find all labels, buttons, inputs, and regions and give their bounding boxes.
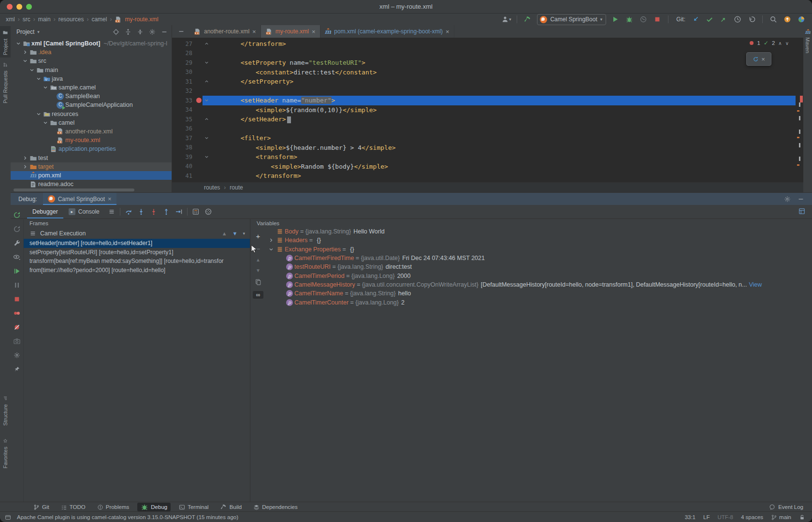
mute-breakpoints-icon[interactable] bbox=[13, 323, 21, 331]
close-session-icon[interactable]: × bbox=[108, 196, 112, 202]
search-everywhere-icon[interactable] bbox=[768, 14, 778, 24]
line-number[interactable]: 37 bbox=[172, 135, 195, 142]
fold-icon[interactable] bbox=[203, 79, 210, 84]
dismiss-popup-icon[interactable]: × bbox=[761, 56, 765, 62]
tool-window-button-problems[interactable]: Problems bbox=[94, 503, 133, 511]
rerun-debug-icon[interactable] bbox=[13, 211, 21, 219]
tool-strip-project[interactable]: Project bbox=[0, 26, 11, 58]
minimize-window-button[interactable] bbox=[16, 4, 22, 10]
close-window-button[interactable] bbox=[7, 4, 13, 10]
layout-settings-icon[interactable] bbox=[108, 208, 115, 215]
tool-window-button-build[interactable]: Build bbox=[217, 503, 246, 511]
tree-chevron-icon[interactable] bbox=[21, 58, 29, 64]
code-line[interactable]: 30 <constant>direct:test</constant> bbox=[172, 68, 796, 77]
variable-row[interactable]: ptestRouteURI = {java.lang.String}direct… bbox=[265, 262, 812, 271]
close-tab-icon[interactable]: × bbox=[446, 29, 450, 35]
maven-reload-icon[interactable] bbox=[753, 56, 759, 62]
code-line[interactable]: 35 </setHeader> bbox=[172, 115, 796, 124]
line-number[interactable]: 27 bbox=[172, 41, 195, 47]
inspection-widget[interactable]: 1 ✓ 2 ∧ ∨ bbox=[750, 40, 789, 46]
stop-button[interactable] bbox=[652, 14, 662, 24]
breadcrumb-item[interactable]: src bbox=[23, 16, 30, 23]
variable-row[interactable]: pCamelMessageHistory = {java.util.concur… bbox=[265, 280, 812, 289]
tool-strip-favorites[interactable]: Favorites bbox=[0, 435, 11, 471]
breadcrumb-item[interactable]: camel bbox=[91, 16, 107, 23]
project-tree-item[interactable]: CSampleBean bbox=[11, 92, 172, 101]
tool-window-button-dependencies[interactable]: Dependencies bbox=[250, 503, 301, 511]
code-line[interactable]: 31 </setProperty> bbox=[172, 77, 796, 87]
fold-icon[interactable] bbox=[203, 116, 210, 122]
line-number[interactable]: 32 bbox=[172, 87, 195, 94]
user-profile-icon[interactable]: ▾ bbox=[501, 14, 511, 24]
tree-chevron-icon[interactable] bbox=[35, 111, 42, 117]
fold-icon[interactable] bbox=[203, 60, 210, 65]
tab-options-icon[interactable] bbox=[178, 28, 185, 35]
code-line[interactable]: 37 <filter> bbox=[172, 133, 796, 143]
step-out-icon[interactable] bbox=[162, 208, 170, 216]
breadcrumb-file[interactable]: my-route.xml bbox=[125, 16, 158, 23]
tree-chevron-icon[interactable] bbox=[14, 41, 22, 46]
force-step-into-icon[interactable] bbox=[150, 208, 158, 216]
fold-icon[interactable] bbox=[203, 98, 210, 103]
project-panel-title[interactable]: Project bbox=[16, 29, 34, 35]
frame-row[interactable]: setHeader[number] [route=hello,id=setHea… bbox=[24, 239, 250, 248]
rollback-icon[interactable] bbox=[747, 14, 756, 24]
tree-chevron-icon[interactable] bbox=[35, 76, 42, 82]
line-number[interactable]: 41 bbox=[172, 173, 195, 179]
fold-icon[interactable] bbox=[203, 135, 210, 141]
project-tree-item[interactable]: readme.adoc bbox=[11, 180, 172, 188]
project-tree-item[interactable]: CSampleCamelApplication bbox=[11, 101, 172, 109]
fold-icon[interactable] bbox=[203, 41, 210, 46]
run-to-cursor-icon[interactable] bbox=[175, 208, 183, 216]
code-line[interactable]: 40 <simple>Random ${body}</simple> bbox=[172, 162, 796, 172]
line-number[interactable]: 36 bbox=[172, 125, 195, 132]
view-breakpoints-strip-icon[interactable] bbox=[13, 309, 21, 317]
status-message[interactable]: Apache Camel plugin is using camel-catal… bbox=[17, 514, 238, 520]
breadcrumb-item[interactable]: xml bbox=[6, 16, 15, 23]
project-tree-item[interactable]: mpom.xml bbox=[11, 171, 172, 180]
project-tree-item[interactable]: src bbox=[11, 57, 172, 65]
code-editor[interactable]: 27 </transform>2829 <setProperty name="t… bbox=[172, 38, 796, 183]
run-button[interactable] bbox=[610, 14, 620, 24]
git-branch-widget[interactable]: main bbox=[771, 514, 791, 521]
restore-layout-icon[interactable] bbox=[798, 208, 805, 215]
variable-row[interactable]: pCamelTimerFiredTime = {java.util.Date}F… bbox=[265, 254, 812, 262]
variable-row[interactable]: pCamelTimerPeriod = {java.lang.Long}2000 bbox=[265, 271, 812, 280]
variable-row[interactable]: Exchange Properties = {} bbox=[265, 245, 812, 254]
view-breakpoints-icon[interactable] bbox=[204, 208, 212, 216]
frame-down-icon[interactable]: ▼ bbox=[232, 231, 238, 236]
line-number[interactable]: 29 bbox=[172, 59, 195, 66]
maximize-window-button[interactable] bbox=[26, 4, 32, 10]
line-number[interactable]: 30 bbox=[172, 69, 195, 75]
project-tree-item[interactable]: another-route.xml bbox=[11, 127, 172, 136]
fold-icon[interactable] bbox=[203, 154, 210, 160]
project-view-dropdown-icon[interactable]: ▾ bbox=[37, 29, 40, 34]
duplicate-watch-icon[interactable] bbox=[251, 278, 265, 285]
code-line[interactable]: 38 <simple>${header.number} > 4</simple> bbox=[172, 143, 796, 153]
code-line[interactable]: 39 <transform> bbox=[172, 152, 796, 162]
line-number[interactable]: 40 bbox=[172, 163, 195, 170]
tool-window-button-terminal[interactable]: Terminal bbox=[175, 503, 212, 511]
step-into-icon[interactable] bbox=[137, 208, 145, 216]
project-tree-item[interactable]: sample.camel bbox=[11, 83, 172, 92]
evaluate-expression-icon[interactable] bbox=[192, 208, 200, 216]
code-line[interactable]: 41 </transform> bbox=[172, 171, 796, 181]
updates-available-icon[interactable] bbox=[783, 14, 792, 24]
project-horizontal-scrollbar[interactable] bbox=[14, 188, 134, 191]
git-commit-button[interactable] bbox=[705, 14, 714, 24]
tree-chevron-icon[interactable] bbox=[42, 85, 49, 90]
code-line[interactable]: 28 bbox=[172, 49, 796, 58]
tree-chevron-icon[interactable] bbox=[42, 120, 49, 126]
profiler-button[interactable] bbox=[638, 14, 648, 24]
tree-chevron-icon[interactable] bbox=[21, 155, 29, 161]
editor-tab[interactable]: another-route.xml× bbox=[189, 25, 261, 38]
tree-chevron-icon[interactable] bbox=[28, 67, 35, 73]
git-push-button[interactable] bbox=[719, 14, 728, 24]
show-watches-icon[interactable]: ∞ bbox=[251, 291, 265, 299]
run-configuration-select[interactable]: Camel SpringBoot ▾ bbox=[537, 14, 606, 25]
strip-settings-icon[interactable] bbox=[14, 352, 20, 359]
view-options-icon[interactable] bbox=[13, 253, 21, 261]
indent-setting[interactable]: 4 spaces bbox=[741, 514, 763, 520]
tool-window-button-debug[interactable]: Debug bbox=[137, 503, 171, 511]
thread-selector[interactable]: Camel Execution ▲ ▼ ▾ bbox=[24, 228, 250, 239]
